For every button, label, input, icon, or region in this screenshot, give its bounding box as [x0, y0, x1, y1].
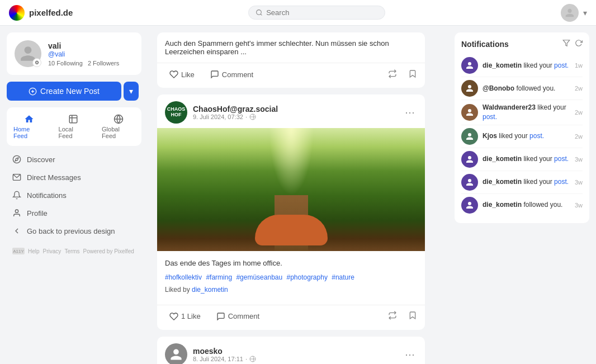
post-chaos-header: CHAOSHOF ChaosHof@graz.social 9. Juli 20… — [157, 94, 425, 128]
notif-user-6[interactable]: die_kometin — [483, 201, 522, 209]
notif-text-0: die_kometin liked your post. — [483, 61, 570, 70]
notif-action-4: liked your — [523, 155, 554, 163]
help-link[interactable]: Help — [28, 248, 40, 254]
notif-link-5[interactable]: post. — [554, 178, 569, 186]
sidebar-item-profile[interactable]: Profile — [7, 204, 141, 222]
notif-link-2[interactable]: post. — [483, 113, 497, 121]
moesko-avatar-icon — [169, 348, 183, 361]
home-icon — [24, 114, 34, 124]
repost-icon-top[interactable] — [388, 69, 397, 80]
like-button-chaos[interactable]: 1 Like — [165, 310, 205, 323]
discover-icon — [12, 155, 21, 164]
comment-button-chaos[interactable]: Comment — [212, 310, 264, 323]
user-handle[interactable]: @vali — [48, 50, 134, 58]
search-input[interactable] — [266, 8, 378, 17]
notif-user-2[interactable]: Waldwanderer23 — [483, 103, 536, 111]
post-top: Auch den Spammern geht's immer schlechte… — [157, 32, 425, 88]
tab-local-feed[interactable]: Local Feed — [52, 112, 96, 141]
notif-user-4[interactable]: die_kometin — [483, 155, 522, 163]
notif-item-6: die_kometin followed you. 3w — [461, 194, 583, 216]
notif-time-4: 3w — [575, 156, 583, 163]
profile-label: Profile — [27, 209, 48, 218]
notif-header: Notifications — [461, 39, 583, 49]
svg-point-17 — [468, 85, 471, 88]
sidebar-item-notifications[interactable]: Notifications — [7, 186, 141, 204]
tag-4[interactable]: #photography — [287, 273, 328, 281]
settings-badge[interactable]: ⚙ — [32, 58, 41, 67]
notif-title: Notifications — [461, 40, 509, 49]
comment-button-top[interactable]: Comment — [206, 68, 258, 81]
notif-link-3[interactable]: post. — [529, 132, 544, 140]
notif-user-5[interactable]: die_kometin — [483, 178, 522, 186]
sidebar: ⚙ vali @vali 10 Following 2 Followers Cr… — [0, 26, 148, 364]
notif-time-5: 3w — [575, 179, 583, 186]
moesko-post-options[interactable]: ⋯ — [403, 348, 417, 361]
svg-marker-15 — [563, 40, 570, 46]
user-menu-chevron[interactable]: ▾ — [583, 8, 587, 17]
back-icon — [12, 226, 21, 235]
notif-avatar-4 — [461, 151, 478, 168]
notif-time-6: 3w — [575, 202, 583, 209]
bookmark-icon-top[interactable] — [408, 69, 417, 80]
svg-marker-8 — [15, 158, 18, 161]
notif-action-6: followed you. — [523, 201, 562, 209]
notif-user-0[interactable]: die_kometin — [483, 62, 522, 69]
chaos-date: 9. Juli 2024, 07:32 · — [193, 114, 397, 120]
chaos-post-image — [157, 128, 425, 251]
messages-label: Direct Messages — [27, 173, 81, 182]
repost-icon-chaos[interactable] — [388, 311, 397, 322]
feed-tabs: Home Feed Local Feed Global Feed — [7, 107, 141, 146]
comment-icon-chaos — [216, 312, 225, 321]
notif-link-4[interactable]: post. — [554, 155, 569, 163]
notif-text-4: die_kometin liked your post. — [483, 154, 570, 164]
notifications-label: Notifications — [27, 191, 67, 200]
notif-avatar-2 — [461, 104, 478, 121]
user-icon — [565, 8, 575, 18]
profile-icon — [12, 209, 21, 218]
chaos-avatar: CHAOSHOF — [165, 101, 187, 124]
svg-line-1 — [261, 14, 262, 15]
notif-user-1[interactable]: @Bonobo — [483, 84, 514, 92]
search-bar[interactable] — [248, 6, 385, 20]
moesko-author: moesko — [193, 347, 397, 356]
sidebar-item-back[interactable]: Go back to previous design — [7, 222, 141, 240]
tag-3[interactable]: #gemüseanbau — [236, 273, 282, 281]
tab-global-feed[interactable]: Global Feed — [95, 112, 141, 141]
privacy-link[interactable]: Privacy — [43, 248, 62, 254]
tag-2[interactable]: #farming — [206, 273, 232, 281]
refresh-icon[interactable] — [575, 39, 583, 49]
notif-action-3: liked your — [499, 132, 529, 140]
global-icon — [113, 114, 124, 124]
bookmark-icon-chaos[interactable] — [408, 311, 417, 322]
comment-icon — [210, 70, 219, 79]
tab-home-feed[interactable]: Home Feed — [7, 112, 52, 141]
comment-label-chaos: Comment — [228, 312, 259, 320]
like-button-top[interactable]: Like — [165, 68, 199, 81]
user-info: vali @vali 10 Following 2 Followers — [48, 41, 134, 67]
svg-point-16 — [468, 62, 471, 65]
user-stats: 10 Following 2 Followers — [48, 60, 134, 67]
liked-by-link[interactable]: die_kometin — [192, 286, 228, 294]
notif-action-0: liked your — [523, 62, 554, 69]
tag-5[interactable]: #nature — [332, 273, 354, 281]
sidebar-item-messages[interactable]: Direct Messages — [7, 168, 141, 186]
user-avatar-topbar[interactable] — [561, 4, 579, 22]
post-moesko: moesko 8. Juli 2024, 17:11 · ⋯ ⤢ — [157, 337, 425, 365]
tag-1[interactable]: #hofkollektiv — [165, 273, 202, 281]
chaos-avatar-text: CHAOSHOF — [166, 106, 187, 119]
filter-icon[interactable] — [562, 39, 570, 49]
notif-item-1: @Bonobo followed you. 2w — [461, 77, 583, 100]
notif-link-0[interactable]: post. — [554, 62, 569, 69]
notif-time-1: 2w — [575, 85, 583, 92]
local-icon — [68, 114, 78, 124]
chaos-post-text: Das ende des Tages im home office. — [165, 258, 417, 269]
terms-link[interactable]: Terms — [64, 248, 79, 254]
notif-user-3[interactable]: Kjos — [483, 132, 497, 140]
chaos-post-options[interactable]: ⋯ — [403, 106, 417, 119]
create-new-post-button[interactable]: Create New Post — [7, 82, 121, 101]
create-button-row: Create New Post ▾ — [7, 82, 141, 101]
create-dropdown-button[interactable]: ▾ — [124, 82, 139, 101]
sidebar-item-discover[interactable]: Discover — [7, 150, 141, 168]
moesko-avatar — [165, 343, 187, 365]
chaos-post-body: Das ende des Tages im home office. #hofk… — [157, 251, 425, 305]
